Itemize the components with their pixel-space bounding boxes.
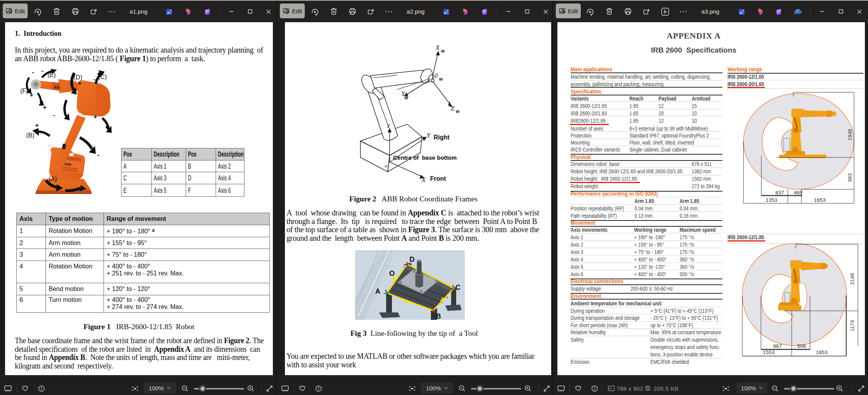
svg-text:+: + (93, 113, 97, 120)
svg-text:A: A (375, 287, 380, 295)
svg-text:(A): (A) (49, 176, 57, 182)
svg-text:Centre of base bottom: Centre of base bottom (393, 154, 457, 161)
svg-text:Z: Z (451, 105, 455, 112)
svg-text:o: o (385, 163, 387, 169)
svg-text:0: 0 (434, 72, 438, 79)
svg-text:(C): (C) (98, 74, 107, 80)
svg-text:-: - (93, 76, 96, 83)
svg-text:(F): (F) (20, 88, 28, 94)
svg-text:O: O (389, 270, 395, 277)
svg-text:C: C (455, 284, 460, 291)
svg-text:1653: 1653 (814, 197, 826, 203)
svg-text:(B): (B) (26, 132, 34, 139)
svg-text:Y: Y (427, 132, 431, 139)
svg-text:B: B (436, 312, 441, 320)
svg-text:1353: 1353 (766, 197, 777, 203)
svg-text:+: + (43, 104, 47, 111)
svg-text:(E): (E) (47, 72, 56, 78)
svg-text:837: 837 (775, 190, 784, 196)
svg-text:1853: 1853 (816, 349, 828, 355)
svg-text:+: + (78, 79, 82, 87)
svg-text:w: w (455, 109, 460, 114)
svg-text:w: w (439, 76, 443, 82)
svg-text:w: w (404, 95, 408, 101)
svg-text:+: + (30, 91, 33, 99)
svg-text:1553: 1553 (763, 349, 775, 355)
svg-text:AB: AB (54, 85, 60, 90)
svg-text:-: - (97, 151, 100, 159)
svg-text:X: X (435, 44, 440, 51)
svg-text:967: 967 (773, 343, 782, 349)
svg-text:469: 469 (794, 190, 803, 196)
svg-text:w: w (441, 48, 445, 54)
svg-text:+: + (35, 122, 39, 129)
svg-text:Front: Front (430, 175, 446, 182)
svg-text:-: - (69, 186, 71, 194)
svg-text:D: D (409, 256, 415, 263)
svg-text:+: + (55, 184, 59, 191)
svg-text:-: - (53, 111, 55, 119)
svg-text:X: X (421, 176, 426, 183)
svg-text:-: - (41, 69, 44, 74)
svg-text:Right: Right (434, 134, 450, 141)
svg-text:z: z (387, 122, 390, 129)
svg-text:993: 993 (847, 173, 853, 182)
svg-text:1174: 1174 (849, 320, 855, 332)
svg-text:506: 506 (797, 343, 806, 349)
svg-text:1948: 1948 (847, 129, 853, 141)
svg-text:2148: 2148 (849, 273, 855, 285)
svg-text:-: - (32, 69, 34, 76)
